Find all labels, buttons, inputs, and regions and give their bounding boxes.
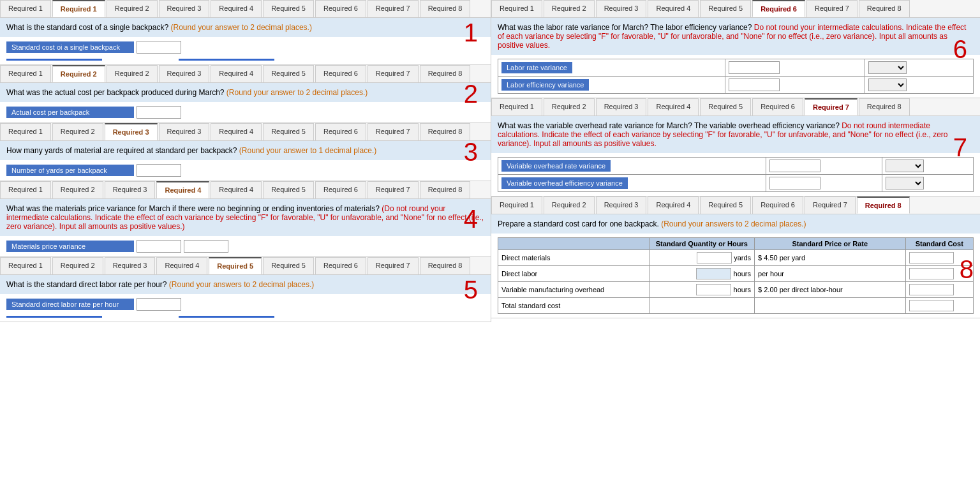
tab-req8-3[interactable]: Required 3 xyxy=(596,197,647,214)
tab-req2-active[interactable]: Required 2 xyxy=(52,65,105,82)
tab-req1-4[interactable]: Required 4 xyxy=(211,0,262,17)
tab-req2-5[interactable]: Required 5 xyxy=(263,65,314,82)
answer-input-req5[interactable] xyxy=(137,298,181,311)
tab-req5-active[interactable]: Required 5 xyxy=(209,257,262,274)
tab-req5-1[interactable]: Required 1 xyxy=(0,257,51,274)
input-dl-qty[interactable] xyxy=(696,268,731,279)
tab-req5-2[interactable]: Required 2 xyxy=(52,257,103,274)
tab-req6-7[interactable]: Required 7 xyxy=(806,0,858,17)
tab-req2-1[interactable]: Required 1 xyxy=(0,65,51,82)
variance-label-oh-eff: Variable overhead efficiency variance xyxy=(501,177,628,189)
tab-req8-4[interactable]: Required 4 xyxy=(648,197,699,214)
variance-select-oh-rate[interactable]: FUNone xyxy=(886,159,924,172)
tab-req8-1[interactable]: Required 1 xyxy=(491,197,542,214)
tab-req3-6[interactable]: Required 6 xyxy=(315,123,366,140)
tab-req1-1[interactable]: Required 1 xyxy=(0,0,51,17)
table-header-row: Standard Quantity or Hours Standard Pric… xyxy=(498,238,974,250)
tab-req4-1[interactable]: Required 1 xyxy=(0,181,51,198)
tab-req1-6[interactable]: Required 6 xyxy=(315,0,366,17)
tab-req6-4[interactable]: Required 4 xyxy=(648,0,699,17)
answer-input-req1[interactable] xyxy=(137,41,181,54)
tab-req5-3[interactable]: Required 3 xyxy=(105,257,156,274)
tab-req5-6[interactable]: Required 6 xyxy=(315,257,366,274)
answer-input-req4a[interactable] xyxy=(137,240,181,253)
variance-select-labor-eff[interactable]: FUNone xyxy=(868,78,907,91)
tab-req1-3[interactable]: Required 3 xyxy=(159,0,210,17)
tab-req7-6[interactable]: Required 6 xyxy=(752,98,803,115)
tab-req5-4[interactable]: Required 4 xyxy=(156,257,207,274)
tab-req7-8[interactable]: Required 8 xyxy=(859,98,910,115)
variance-input-oh-rate[interactable] xyxy=(769,159,820,172)
cell-dm-cost xyxy=(905,250,973,266)
cell-total-price xyxy=(755,298,906,314)
tab-req3-1[interactable]: Required 1 xyxy=(0,123,51,140)
answer-label-req1: Standard cost oi a single backpack xyxy=(6,41,134,53)
tab-req7-4[interactable]: Required 4 xyxy=(648,98,699,115)
tab-req1-2[interactable]: Required 2 xyxy=(107,0,158,17)
tab-req3-2[interactable]: Required 2 xyxy=(52,123,103,140)
tab-req6-8[interactable]: Required 8 xyxy=(859,0,910,17)
tab-req6-5[interactable]: Required 5 xyxy=(700,0,751,17)
tab-req6-2[interactable]: Required 2 xyxy=(544,0,595,17)
variance-input-labor-rate[interactable] xyxy=(729,61,780,74)
tab-req1-5[interactable]: Required 5 xyxy=(263,0,314,17)
tab-req4-2[interactable]: Required 2 xyxy=(52,181,103,198)
col-header-cost: Standard Cost xyxy=(905,238,973,250)
tab-req6-1[interactable]: Required 1 xyxy=(491,0,542,17)
tab-req4-3[interactable]: Required 3 xyxy=(105,181,156,198)
tab-req1-8[interactable]: Required 8 xyxy=(420,0,471,17)
tab-req8-2[interactable]: Required 2 xyxy=(544,197,595,214)
variance-select-oh-eff[interactable]: FUNone xyxy=(886,177,924,189)
tab-req8-7[interactable]: Required 7 xyxy=(805,197,856,214)
tab-req2-7[interactable]: Required 7 xyxy=(368,65,419,82)
tab-req6-3[interactable]: Required 3 xyxy=(596,0,647,17)
answer-input-req2[interactable] xyxy=(137,106,181,119)
tab-req7-1[interactable]: Required 1 xyxy=(491,98,542,115)
tab-req3-8[interactable]: Required 8 xyxy=(420,123,471,140)
tab-req3-5[interactable]: Required 5 xyxy=(263,123,314,140)
input-dm-cost[interactable] xyxy=(909,252,954,263)
tab-req5-7[interactable]: Required 7 xyxy=(368,257,419,274)
tab-req4-7[interactable]: Required 7 xyxy=(368,181,419,198)
tab-req7-5[interactable]: Required 5 xyxy=(700,98,751,115)
tab-req1-active[interactable]: Required 1 xyxy=(52,0,105,17)
tab-req5-8[interactable]: Required 8 xyxy=(420,257,471,274)
tab-req4-6[interactable]: Required 6 xyxy=(315,181,366,198)
tab-req3-4[interactable]: Required 4 xyxy=(211,123,262,140)
tab-req4-4[interactable]: Required 4 xyxy=(211,181,262,198)
answer-input-req4b[interactable] xyxy=(184,240,228,253)
tab-req2-8[interactable]: Required 8 xyxy=(420,65,471,82)
question-note-req5: (Round your answers to 2 decimal places.… xyxy=(169,280,314,289)
cell-vo-unit: hours xyxy=(734,286,752,293)
tab-req4-8[interactable]: Required 8 xyxy=(420,181,471,198)
tab-req2-4[interactable]: Required 4 xyxy=(211,65,262,82)
tab-req7-3[interactable]: Required 3 xyxy=(596,98,647,115)
tab-req2-2[interactable]: Required 2 xyxy=(107,65,158,82)
cell-dl-unit: hours xyxy=(734,270,752,278)
input-vo-qty[interactable] xyxy=(696,284,731,295)
tab-req1-7[interactable]: Required 7 xyxy=(368,0,419,17)
tab-req3-7[interactable]: Required 7 xyxy=(368,123,419,140)
tab-req7-active[interactable]: Required 7 xyxy=(805,98,858,115)
tab-req4-active[interactable]: Required 4 xyxy=(156,181,209,198)
variance-input-labor-eff[interactable] xyxy=(729,78,780,91)
tab-req3-active[interactable]: Required 3 xyxy=(105,123,158,140)
tab-req4-5[interactable]: Required 5 xyxy=(263,181,314,198)
tab-req2-3[interactable]: Required 3 xyxy=(159,65,210,82)
tab-req6-active[interactable]: Required 6 xyxy=(752,0,805,17)
tab-req3-3[interactable]: Required 3 xyxy=(159,123,210,140)
tab-req8-5[interactable]: Required 5 xyxy=(700,197,751,214)
input-vo-cost[interactable] xyxy=(909,284,954,295)
variance-label-labor-eff: Labor efficiency variance xyxy=(501,79,589,91)
tab-req2-6[interactable]: Required 6 xyxy=(315,65,366,82)
input-dm-qty[interactable] xyxy=(697,252,732,263)
tab-req7-2[interactable]: Required 2 xyxy=(544,98,595,115)
answer-input-req3[interactable] xyxy=(137,164,181,177)
input-dl-cost[interactable] xyxy=(909,268,954,279)
input-total-cost[interactable] xyxy=(909,300,954,311)
tab-req8-active[interactable]: Required 8 xyxy=(857,197,910,214)
tab-req5-5[interactable]: Required 5 xyxy=(263,257,314,274)
variance-select-labor-rate[interactable]: FUNone xyxy=(868,61,907,74)
variance-input-oh-eff[interactable] xyxy=(769,177,820,189)
tab-req8-6[interactable]: Required 6 xyxy=(752,197,803,214)
